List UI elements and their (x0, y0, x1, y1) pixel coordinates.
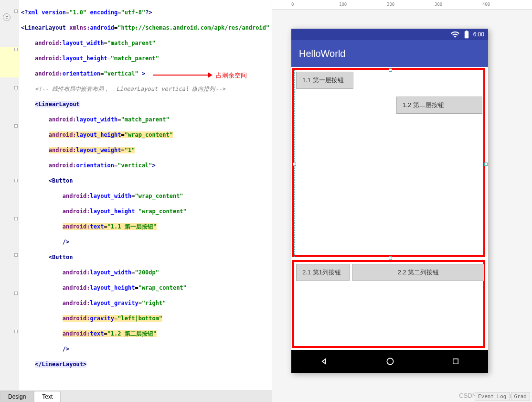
preview-panel: 0 100 200 300 400 6:00 HelloWorld 1.1 第一… (272, 0, 532, 402)
status-time: 6:00 (473, 31, 484, 38)
ruler-tick: 100 (339, 2, 347, 7)
action-bar: HelloWorld (291, 40, 488, 67)
nav-bar (291, 350, 488, 373)
code-editor-panel: c <?xml version="1.0" encoding="utf-8"?>… (0, 0, 272, 402)
gutter-highlight (0, 54, 19, 62)
svg-point-0 (387, 358, 393, 364)
bottom-tabs: Event Log Grad (475, 392, 530, 401)
gutter-line (16, 10, 16, 378)
recent-icon[interactable] (451, 357, 460, 366)
home-icon[interactable] (385, 357, 395, 366)
status-bar: 6:00 (291, 29, 488, 40)
gutter-marker-icon[interactable]: c (3, 13, 11, 21)
selection-handle[interactable] (389, 68, 392, 72)
ruler-tick: 300 (435, 2, 442, 7)
gutter: c (0, 0, 19, 391)
gutter-highlight (0, 62, 19, 70)
ruler: 0 100 200 300 400 (272, 0, 532, 10)
gutter-highlight (0, 70, 19, 77)
back-icon[interactable] (319, 357, 329, 366)
editor-tabs: Design Text (0, 391, 272, 402)
annotation-label: 占剩余空间 (216, 72, 247, 79)
tab-gradle[interactable]: Grad (511, 392, 531, 401)
device-content: 1.1 第一层按钮 1.2 第二层按钮 2.1 第1列按钮 2.2 第二列按钮 (291, 67, 488, 350)
tab-text[interactable]: Text (34, 391, 61, 402)
wifi-icon (450, 30, 460, 39)
comment: <!-- 线性布局中嵌套布局， LinearLayout vertical 纵向… (35, 86, 225, 92)
ruler-tick: 400 (482, 2, 490, 7)
svg-rect-1 (453, 359, 458, 364)
preview-button-2-2[interactable]: 2.2 第二列按钮 (352, 264, 484, 281)
code-text[interactable]: <?xml version="1.0" encoding="utf-8"?> <… (19, 0, 272, 391)
selection-handle[interactable] (484, 163, 488, 166)
ruler-tick: 0 (291, 2, 294, 7)
code-area: c <?xml version="1.0" encoding="utf-8"?>… (0, 0, 272, 391)
selection-handle[interactable] (293, 163, 296, 166)
annotation-arrow-head (208, 72, 213, 78)
annotation-arrow (153, 75, 210, 76)
tab-design[interactable]: Design (0, 391, 34, 402)
app-title: HelloWorld (299, 48, 345, 59)
ruler-tick: 200 (387, 2, 394, 7)
tab-event-log[interactable]: Event Log (475, 392, 510, 401)
battery-icon (462, 30, 471, 39)
preview-button-1-2[interactable]: 1.2 第二层按钮 (396, 97, 482, 114)
preview-button-1-1[interactable]: 1.1 第一层按钮 (296, 72, 353, 89)
preview-button-2-1[interactable]: 2.1 第1列按钮 (296, 264, 350, 281)
device-frame[interactable]: 6:00 HelloWorld 1.1 第一层按钮 1.2 第二层按钮 2.1 … (291, 29, 488, 373)
selection-handle[interactable] (389, 256, 392, 260)
